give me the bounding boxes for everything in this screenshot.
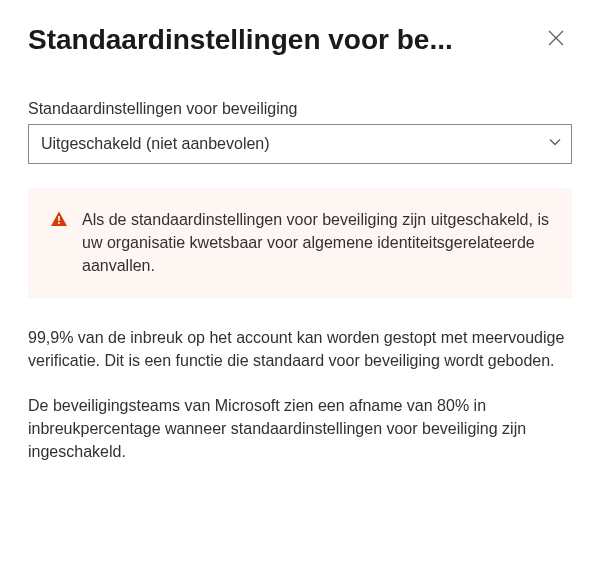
warning-message: Als de standaardinstellingen voor beveil… xyxy=(28,188,572,298)
svg-rect-2 xyxy=(58,216,60,221)
security-defaults-select[interactable]: Uitgeschakeld (niet aanbevolen) xyxy=(28,124,572,164)
warning-icon xyxy=(50,210,68,228)
security-defaults-select-wrapper: Uitgeschakeld (niet aanbevolen) xyxy=(28,124,572,164)
info-paragraph-1: 99,9% van de inbreuk op het account kan … xyxy=(28,326,572,372)
panel-header: Standaardinstellingen voor be... xyxy=(28,24,572,56)
select-label: Standaardinstellingen voor beveiliging xyxy=(28,100,572,118)
svg-rect-3 xyxy=(58,222,60,224)
select-value: Uitgeschakeld (niet aanbevolen) xyxy=(41,135,270,153)
close-button[interactable] xyxy=(540,24,572,56)
warning-text: Als de standaardinstellingen voor beveil… xyxy=(82,208,550,278)
close-icon xyxy=(548,30,564,50)
panel-title: Standaardinstellingen voor be... xyxy=(28,24,540,56)
info-paragraph-2: De beveiligingsteams van Microsoft zien … xyxy=(28,394,572,464)
